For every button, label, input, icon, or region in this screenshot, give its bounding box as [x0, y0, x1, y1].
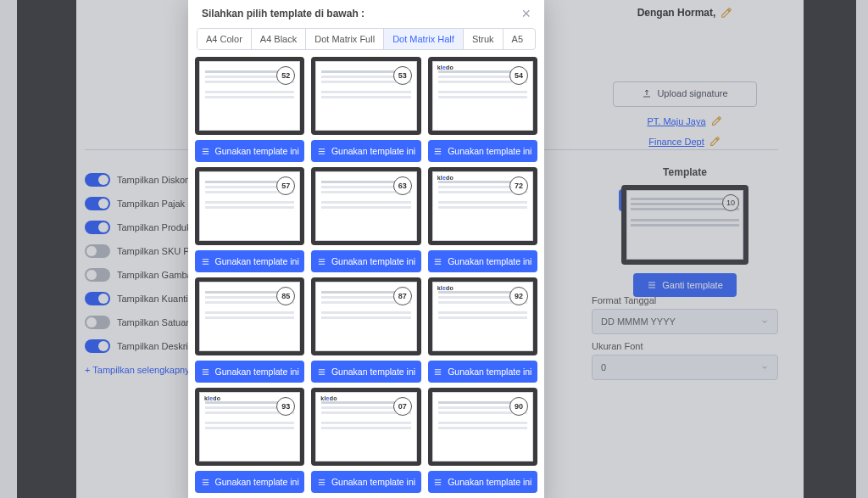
tab[interactable]: Struk — [464, 29, 504, 49]
use-template-button[interactable]: Gunakan template ini — [195, 361, 304, 383]
use-template-label: Gunakan template ini — [331, 256, 415, 266]
use-template-button[interactable]: Gunakan template ini — [428, 361, 537, 383]
template-cell: kledo93Gunakan template ini — [195, 388, 304, 493]
template-thumb: 87 — [315, 282, 416, 351]
template-id-badge: 07 — [393, 397, 412, 416]
use-template-button[interactable]: Gunakan template ini — [195, 250, 304, 272]
tab[interactable]: Dot Matrix Full — [306, 29, 384, 49]
use-template-label: Gunakan template ini — [215, 367, 299, 377]
brand-logo: kledo — [437, 285, 453, 291]
template-thumb: kledo92 — [432, 282, 533, 351]
template-thumb-frame[interactable]: kledo93 — [195, 388, 304, 466]
list-icon — [201, 147, 210, 156]
template-thumb-frame[interactable]: kledo72 — [428, 167, 537, 245]
tab[interactable]: A4 Color — [198, 29, 252, 49]
template-thumb-frame[interactable]: 63 — [311, 167, 420, 245]
template-thumb: 85 — [199, 282, 300, 351]
use-template-button[interactable]: Gunakan template ini — [311, 140, 420, 162]
template-thumb-frame[interactable]: 85 — [195, 277, 304, 355]
template-id-badge: 54 — [509, 66, 528, 85]
use-template-button[interactable]: Gunakan template ini — [311, 471, 420, 493]
template-thumb: 63 — [315, 171, 416, 241]
list-icon — [201, 478, 210, 487]
template-thumb-frame[interactable]: 52 — [195, 57, 304, 135]
template-cell: 90Gunakan template ini — [428, 388, 537, 493]
template-thumb: kledo72 — [432, 171, 533, 241]
template-thumb: 57 — [199, 171, 300, 241]
list-icon — [433, 257, 442, 266]
template-picker-modal: Silahkan pilih template di bawah : × A4 … — [188, 0, 544, 498]
template-thumb-frame[interactable]: 57 — [195, 167, 304, 245]
template-cell: 63Gunakan template ini — [311, 167, 420, 272]
template-cell: 87Gunakan template ini — [311, 277, 420, 383]
tab[interactable]: A4 Black — [252, 29, 306, 49]
template-id-badge: 53 — [393, 66, 412, 85]
modal-title: Silahkan pilih template di bawah : — [202, 8, 364, 20]
use-template-label: Gunakan template ini — [331, 367, 415, 377]
template-cell: kledo72Gunakan template ini — [428, 167, 537, 272]
use-template-label: Gunakan template ini — [448, 256, 531, 266]
template-id-badge: 63 — [393, 176, 412, 195]
use-template-button[interactable]: Gunakan template ini — [428, 250, 537, 272]
close-icon[interactable]: × — [521, 6, 531, 21]
template-cell: 52Gunakan template ini — [195, 57, 304, 162]
template-thumb-frame[interactable]: 90 — [428, 388, 537, 466]
template-cell: 57Gunakan template ini — [195, 167, 304, 272]
template-id-badge: 57 — [276, 176, 295, 195]
list-icon — [317, 257, 326, 266]
use-template-label: Gunakan template ini — [448, 146, 531, 156]
use-template-button[interactable]: Gunakan template ini — [428, 471, 537, 493]
template-thumb-frame[interactable]: 53 — [311, 57, 420, 135]
brand-logo: kledo — [437, 64, 453, 70]
use-template-label: Gunakan template ini — [331, 477, 415, 487]
list-icon — [201, 367, 210, 377]
template-cell: 85Gunakan template ini — [195, 277, 304, 383]
template-cell: kledo54Gunakan template ini — [428, 57, 537, 162]
template-thumb: kledo93 — [199, 392, 300, 462]
use-template-label: Gunakan template ini — [215, 146, 299, 156]
tab[interactable]: A5 — [504, 29, 531, 49]
use-template-label: Gunakan template ini — [448, 367, 531, 377]
template-category-tabs: A4 ColorA4 BlackDot Matrix FullDot Matri… — [197, 28, 536, 50]
use-template-button[interactable]: Gunakan template ini — [311, 250, 420, 272]
template-id-badge: 52 — [276, 66, 295, 85]
template-thumb: kledo07 — [315, 392, 416, 462]
use-template-label: Gunakan template ini — [215, 477, 299, 487]
template-thumb-frame[interactable]: 87 — [311, 277, 420, 355]
use-template-button[interactable]: Gunakan template ini — [311, 361, 420, 383]
list-icon — [201, 257, 210, 266]
list-icon — [433, 478, 442, 487]
tab[interactable]: Dot Matrix Half — [384, 29, 464, 49]
template-id-badge: 87 — [393, 287, 412, 305]
template-thumb-frame[interactable]: kledo54 — [428, 57, 537, 135]
template-thumb: 52 — [199, 61, 300, 131]
template-grid: 52Gunakan template ini53Gunakan template… — [195, 57, 537, 493]
use-template-button[interactable]: Gunakan template ini — [195, 140, 304, 162]
template-id-badge: 93 — [276, 397, 295, 416]
list-icon — [433, 147, 442, 156]
brand-logo: kledo — [437, 175, 453, 181]
use-template-label: Gunakan template ini — [448, 477, 531, 487]
use-template-button[interactable]: Gunakan template ini — [195, 471, 304, 493]
list-icon — [317, 147, 326, 156]
template-thumb-frame[interactable]: kledo07 — [311, 388, 420, 466]
template-id-badge: 85 — [276, 287, 295, 305]
template-thumb: 90 — [432, 392, 533, 462]
brand-logo: kledo — [204, 395, 220, 401]
template-thumb: 53 — [315, 61, 416, 131]
template-cell: 53Gunakan template ini — [311, 57, 420, 162]
template-id-badge: 92 — [509, 287, 528, 305]
brand-logo: kledo — [320, 395, 337, 401]
use-template-button[interactable]: Gunakan template ini — [428, 140, 537, 162]
list-icon — [317, 367, 326, 377]
template-thumb: kledo54 — [432, 61, 533, 131]
template-id-badge: 90 — [509, 397, 528, 416]
template-cell: kledo07Gunakan template ini — [311, 388, 420, 493]
use-template-label: Gunakan template ini — [215, 256, 299, 266]
list-icon — [317, 478, 326, 487]
template-id-badge: 72 — [509, 176, 528, 195]
template-thumb-frame[interactable]: kledo92 — [428, 277, 537, 355]
list-icon — [433, 367, 442, 377]
use-template-label: Gunakan template ini — [331, 146, 415, 156]
template-cell: kledo92Gunakan template ini — [428, 277, 537, 383]
